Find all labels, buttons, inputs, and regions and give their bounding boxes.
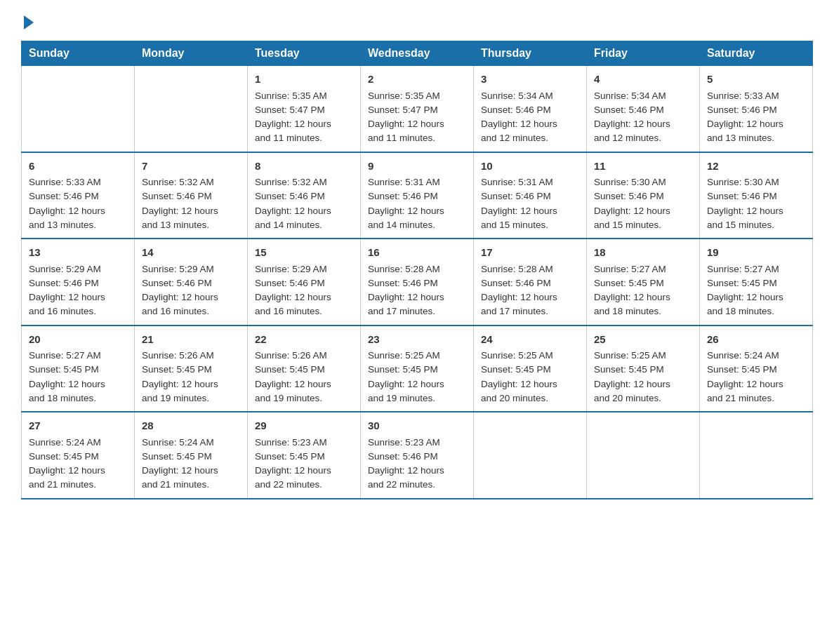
- calendar-cell: 18Sunrise: 5:27 AM Sunset: 5:45 PM Dayli…: [587, 239, 700, 326]
- calendar-cell: 7Sunrise: 5:32 AM Sunset: 5:46 PM Daylig…: [135, 152, 248, 239]
- calendar-cell: 26Sunrise: 5:24 AM Sunset: 5:45 PM Dayli…: [700, 326, 813, 412]
- day-info: Sunrise: 5:25 AM Sunset: 5:45 PM Dayligh…: [481, 349, 579, 405]
- day-info: Sunrise: 5:26 AM Sunset: 5:45 PM Dayligh…: [255, 349, 353, 405]
- day-info: Sunrise: 5:32 AM Sunset: 5:46 PM Dayligh…: [255, 175, 353, 232]
- day-info: Sunrise: 5:35 AM Sunset: 5:47 PM Dayligh…: [368, 89, 466, 146]
- calendar-cell: 9Sunrise: 5:31 AM Sunset: 5:46 PM Daylig…: [361, 152, 474, 239]
- day-info: Sunrise: 5:25 AM Sunset: 5:45 PM Dayligh…: [368, 349, 466, 405]
- day-number: 28: [142, 418, 240, 434]
- calendar-cell: 27Sunrise: 5:24 AM Sunset: 5:45 PM Dayli…: [22, 412, 135, 499]
- calendar-cell: 11Sunrise: 5:30 AM Sunset: 5:46 PM Dayli…: [587, 152, 700, 239]
- day-info: Sunrise: 5:23 AM Sunset: 5:45 PM Dayligh…: [255, 436, 353, 492]
- day-number: 26: [707, 332, 805, 348]
- day-info: Sunrise: 5:23 AM Sunset: 5:46 PM Dayligh…: [368, 436, 466, 492]
- calendar-cell: 10Sunrise: 5:31 AM Sunset: 5:46 PM Dayli…: [474, 152, 587, 239]
- day-info: Sunrise: 5:25 AM Sunset: 5:45 PM Dayligh…: [594, 349, 692, 405]
- calendar-cell: 23Sunrise: 5:25 AM Sunset: 5:45 PM Dayli…: [361, 326, 474, 412]
- header-sunday: Sunday: [22, 41, 135, 66]
- calendar-cell: 12Sunrise: 5:30 AM Sunset: 5:46 PM Dayli…: [700, 152, 813, 239]
- day-info: Sunrise: 5:24 AM Sunset: 5:45 PM Dayligh…: [29, 436, 127, 492]
- calendar-cell: 6Sunrise: 5:33 AM Sunset: 5:46 PM Daylig…: [22, 152, 135, 239]
- day-number: 11: [594, 159, 692, 175]
- logo-arrow-icon: [24, 15, 34, 29]
- calendar-cell: [135, 66, 248, 152]
- calendar-cell: 25Sunrise: 5:25 AM Sunset: 5:45 PM Dayli…: [587, 326, 700, 412]
- calendar-week-row: 27Sunrise: 5:24 AM Sunset: 5:45 PM Dayli…: [22, 412, 813, 499]
- day-number: 1: [255, 72, 353, 88]
- day-number: 12: [707, 159, 805, 175]
- day-info: Sunrise: 5:24 AM Sunset: 5:45 PM Dayligh…: [142, 436, 240, 492]
- day-info: Sunrise: 5:34 AM Sunset: 5:46 PM Dayligh…: [594, 89, 692, 146]
- calendar-cell: 28Sunrise: 5:24 AM Sunset: 5:45 PM Dayli…: [135, 412, 248, 499]
- calendar-cell: [587, 412, 700, 499]
- header-saturday: Saturday: [700, 41, 813, 66]
- calendar-week-row: 13Sunrise: 5:29 AM Sunset: 5:46 PM Dayli…: [22, 239, 813, 326]
- calendar-cell: 21Sunrise: 5:26 AM Sunset: 5:45 PM Dayli…: [135, 326, 248, 412]
- calendar-cell: [700, 412, 813, 499]
- day-number: 23: [368, 332, 466, 348]
- day-info: Sunrise: 5:34 AM Sunset: 5:46 PM Dayligh…: [481, 89, 579, 146]
- day-number: 24: [481, 332, 579, 348]
- calendar-cell: 14Sunrise: 5:29 AM Sunset: 5:46 PM Dayli…: [135, 239, 248, 326]
- calendar-cell: 5Sunrise: 5:33 AM Sunset: 5:46 PM Daylig…: [700, 66, 813, 152]
- day-number: 22: [255, 332, 353, 348]
- day-number: 15: [255, 245, 353, 261]
- day-info: Sunrise: 5:26 AM Sunset: 5:45 PM Dayligh…: [142, 349, 240, 405]
- calendar-cell: 20Sunrise: 5:27 AM Sunset: 5:45 PM Dayli…: [22, 326, 135, 412]
- day-number: 20: [29, 332, 127, 348]
- calendar-header-row: SundayMondayTuesdayWednesdayThursdayFrid…: [22, 41, 813, 66]
- day-info: Sunrise: 5:27 AM Sunset: 5:45 PM Dayligh…: [707, 262, 805, 319]
- day-info: Sunrise: 5:27 AM Sunset: 5:45 PM Dayligh…: [594, 262, 692, 319]
- calendar-cell: 3Sunrise: 5:34 AM Sunset: 5:46 PM Daylig…: [474, 66, 587, 152]
- header-friday: Friday: [587, 41, 700, 66]
- day-info: Sunrise: 5:35 AM Sunset: 5:47 PM Dayligh…: [255, 89, 353, 146]
- day-info: Sunrise: 5:29 AM Sunset: 5:46 PM Dayligh…: [142, 262, 240, 319]
- day-number: 27: [29, 418, 127, 434]
- day-info: Sunrise: 5:29 AM Sunset: 5:46 PM Dayligh…: [29, 262, 127, 319]
- calendar-cell: 29Sunrise: 5:23 AM Sunset: 5:45 PM Dayli…: [248, 412, 361, 499]
- calendar-cell: 2Sunrise: 5:35 AM Sunset: 5:47 PM Daylig…: [361, 66, 474, 152]
- day-number: 25: [594, 332, 692, 348]
- calendar-cell: 22Sunrise: 5:26 AM Sunset: 5:45 PM Dayli…: [248, 326, 361, 412]
- header-tuesday: Tuesday: [248, 41, 361, 66]
- day-number: 9: [368, 159, 466, 175]
- day-number: 18: [594, 245, 692, 261]
- day-number: 17: [481, 245, 579, 261]
- day-number: 3: [481, 72, 579, 88]
- day-info: Sunrise: 5:27 AM Sunset: 5:45 PM Dayligh…: [29, 349, 127, 405]
- header-thursday: Thursday: [474, 41, 587, 66]
- calendar-cell: 30Sunrise: 5:23 AM Sunset: 5:46 PM Dayli…: [361, 412, 474, 499]
- day-info: Sunrise: 5:30 AM Sunset: 5:46 PM Dayligh…: [594, 175, 692, 232]
- day-number: 5: [707, 72, 805, 88]
- day-info: Sunrise: 5:28 AM Sunset: 5:46 PM Dayligh…: [481, 262, 579, 319]
- header-wednesday: Wednesday: [361, 41, 474, 66]
- day-info: Sunrise: 5:32 AM Sunset: 5:46 PM Dayligh…: [142, 175, 240, 232]
- calendar-week-row: 20Sunrise: 5:27 AM Sunset: 5:45 PM Dayli…: [22, 326, 813, 412]
- calendar-cell: 17Sunrise: 5:28 AM Sunset: 5:46 PM Dayli…: [474, 239, 587, 326]
- day-info: Sunrise: 5:33 AM Sunset: 5:46 PM Dayligh…: [29, 175, 127, 232]
- day-number: 30: [368, 418, 466, 434]
- day-number: 29: [255, 418, 353, 434]
- day-number: 19: [707, 245, 805, 261]
- day-number: 14: [142, 245, 240, 261]
- day-info: Sunrise: 5:28 AM Sunset: 5:46 PM Dayligh…: [368, 262, 466, 319]
- calendar-cell: 13Sunrise: 5:29 AM Sunset: 5:46 PM Dayli…: [22, 239, 135, 326]
- calendar-cell: 8Sunrise: 5:32 AM Sunset: 5:46 PM Daylig…: [248, 152, 361, 239]
- calendar-week-row: 6Sunrise: 5:33 AM Sunset: 5:46 PM Daylig…: [22, 152, 813, 239]
- day-info: Sunrise: 5:29 AM Sunset: 5:46 PM Dayligh…: [255, 262, 353, 319]
- day-info: Sunrise: 5:30 AM Sunset: 5:46 PM Dayligh…: [707, 175, 805, 232]
- calendar-week-row: 1Sunrise: 5:35 AM Sunset: 5:47 PM Daylig…: [22, 66, 813, 152]
- day-number: 10: [481, 159, 579, 175]
- calendar-cell: 16Sunrise: 5:28 AM Sunset: 5:46 PM Dayli…: [361, 239, 474, 326]
- day-info: Sunrise: 5:31 AM Sunset: 5:46 PM Dayligh…: [368, 175, 466, 232]
- day-number: 13: [29, 245, 127, 261]
- calendar-cell: 4Sunrise: 5:34 AM Sunset: 5:46 PM Daylig…: [587, 66, 700, 152]
- day-info: Sunrise: 5:24 AM Sunset: 5:45 PM Dayligh…: [707, 349, 805, 405]
- day-number: 7: [142, 159, 240, 175]
- calendar-cell: 19Sunrise: 5:27 AM Sunset: 5:45 PM Dayli…: [700, 239, 813, 326]
- calendar-cell: [22, 66, 135, 152]
- logo: [21, 14, 34, 27]
- day-number: 2: [368, 72, 466, 88]
- calendar-cell: [474, 412, 587, 499]
- calendar-cell: 24Sunrise: 5:25 AM Sunset: 5:45 PM Dayli…: [474, 326, 587, 412]
